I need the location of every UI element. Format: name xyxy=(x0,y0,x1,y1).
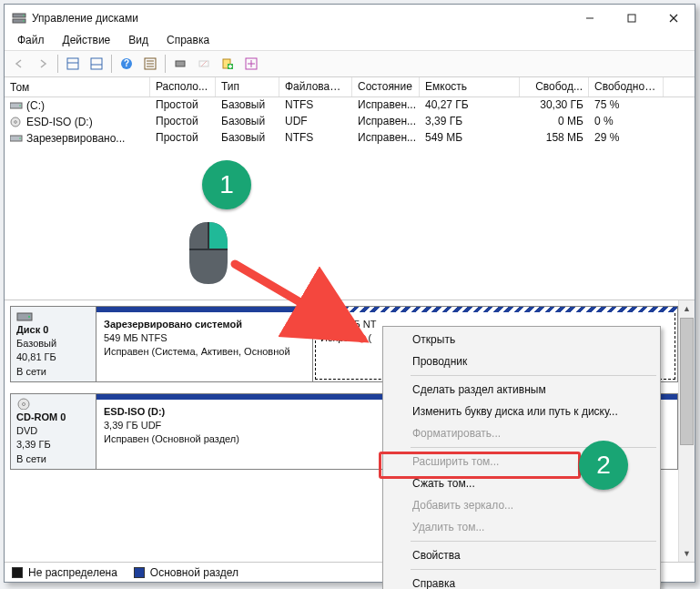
svg-rect-5 xyxy=(628,15,635,22)
disk-type: DVD xyxy=(16,424,90,437)
partition-size: 549 МБ NTFS xyxy=(104,331,305,345)
partition-system-reserved[interactable]: Зарезервировано системой 549 МБ NTFS Исп… xyxy=(96,307,313,381)
legend-swatch-primary xyxy=(134,567,145,578)
toolbar: ? xyxy=(5,50,695,77)
volume-name: Зарезервировано... xyxy=(26,132,125,145)
partition-status: Исправен (Система, Активен, Основной xyxy=(104,345,305,359)
legend-primary: Основной раздел xyxy=(150,566,238,579)
view-top-button[interactable] xyxy=(62,53,84,75)
volume-layout: Простой xyxy=(150,97,216,114)
col-free-pct[interactable]: Свободно % xyxy=(589,77,664,96)
svg-point-2 xyxy=(23,15,25,16)
volume-fs: NTFS xyxy=(279,97,352,114)
settings-button[interactable] xyxy=(139,53,161,75)
volume-free-pct: 75 % xyxy=(589,97,664,114)
window-title: Управление дисками xyxy=(32,12,569,25)
maximize-button[interactable] xyxy=(611,5,653,32)
col-volume[interactable]: Том xyxy=(5,77,150,96)
menu-bar: Файл Действие Вид Справка xyxy=(5,32,695,50)
drive-icon xyxy=(10,100,23,111)
action-2-button[interactable] xyxy=(193,53,215,75)
volume-type: Базовый xyxy=(216,114,279,130)
menu-file[interactable]: Файл xyxy=(10,32,52,48)
menu-help[interactable]: Справка xyxy=(159,32,217,48)
volume-free-pct: 0 % xyxy=(589,114,664,130)
annotation-badge-2: 2 xyxy=(579,441,628,490)
partition-title: Зарезервировано системой xyxy=(104,318,305,331)
ctx-change-letter[interactable]: Изменить букву диска или путь к диску... xyxy=(385,401,658,422)
menu-action[interactable]: Действие xyxy=(56,32,118,48)
volume-name: (C:) xyxy=(26,99,45,112)
volume-row[interactable]: Зарезервировано... Простой Базовый NTFS … xyxy=(5,130,695,147)
disk-header[interactable]: CD-ROM 0 DVD 3,39 ГБ В сети xyxy=(10,393,96,470)
col-free[interactable]: Свобод... xyxy=(520,77,589,96)
disk-label: CD-ROM 0 xyxy=(16,411,90,423)
annotation-badge-1: 1 xyxy=(202,160,251,209)
col-layout[interactable]: Располо... xyxy=(150,77,216,96)
scroll-up-button[interactable]: ▲ xyxy=(679,300,695,317)
disk-type: Базовый xyxy=(16,337,90,350)
scroll-down-button[interactable]: ▼ xyxy=(679,545,695,562)
ctx-open[interactable]: Открыть xyxy=(385,329,658,350)
action-4-button[interactable] xyxy=(240,53,262,75)
cd-icon xyxy=(10,117,23,127)
help-button[interactable]: ? xyxy=(116,53,137,75)
volume-type: Базовый xyxy=(216,97,279,114)
col-status[interactable]: Состояние xyxy=(352,77,420,96)
volume-fs: UDF xyxy=(279,114,352,130)
volume-fs: NTFS xyxy=(279,130,352,147)
ctx-add-mirror[interactable]: Добавить зеркало... xyxy=(385,494,658,516)
disk-header[interactable]: Диск 0 Базовый 40,81 ГБ В сети xyxy=(10,306,96,382)
volume-free: 0 МБ xyxy=(520,114,589,130)
volume-layout: Простой xyxy=(150,114,216,130)
back-button[interactable] xyxy=(8,53,30,75)
ctx-make-active[interactable]: Сделать раздел активным xyxy=(385,379,658,401)
app-icon xyxy=(12,11,26,25)
ctx-delete[interactable]: Удалить том... xyxy=(385,516,658,538)
volume-layout: Простой xyxy=(150,130,216,147)
title-bar: Управление дисками xyxy=(5,5,695,32)
drive-icon xyxy=(10,133,23,144)
volume-capacity: 3,39 ГБ xyxy=(420,114,520,130)
col-capacity[interactable]: Емкость xyxy=(420,77,520,96)
cdrom-icon xyxy=(16,398,35,410)
ctx-format[interactable]: Форматировать... xyxy=(385,422,658,444)
svg-rect-8 xyxy=(67,58,78,69)
svg-rect-10 xyxy=(91,58,102,69)
volume-capacity: 549 МБ xyxy=(420,130,520,147)
action-1-button[interactable] xyxy=(169,53,191,75)
scroll-thumb[interactable] xyxy=(680,318,694,445)
disk-state: В сети xyxy=(16,452,90,465)
ctx-properties[interactable]: Свойства xyxy=(385,544,658,566)
disk-size: 40,81 ГБ xyxy=(16,350,90,363)
svg-point-32 xyxy=(23,403,25,406)
annotation-mouse-icon xyxy=(182,217,235,289)
menu-view[interactable]: Вид xyxy=(121,32,156,48)
disk-state: В сети xyxy=(16,365,90,378)
col-fs[interactable]: Файловая с... xyxy=(279,77,352,96)
ctx-help[interactable]: Справка xyxy=(385,573,658,589)
svg-text:?: ? xyxy=(124,58,129,68)
volume-list: Том Располо... Тип Файловая с... Состоян… xyxy=(5,77,695,300)
minimize-button[interactable] xyxy=(569,5,611,32)
action-3-button[interactable] xyxy=(217,53,238,75)
volume-row[interactable]: ESD-ISO (D:) Простой Базовый UDF Исправе… xyxy=(5,114,695,130)
legend-swatch-unallocated xyxy=(12,567,23,578)
forward-button[interactable] xyxy=(32,53,54,75)
volume-name: ESD-ISO (D:) xyxy=(26,116,93,128)
view-bottom-button[interactable] xyxy=(86,53,107,75)
ctx-explorer[interactable]: Проводник xyxy=(385,350,658,372)
legend-unallocated: Не распределена xyxy=(28,566,117,579)
vertical-scrollbar[interactable]: ▲ ▼ xyxy=(678,300,695,562)
col-type[interactable]: Тип xyxy=(216,77,279,96)
svg-point-3 xyxy=(23,20,25,22)
volume-list-header: Том Располо... Тип Файловая с... Состоян… xyxy=(5,77,695,97)
volume-free: 30,30 ГБ xyxy=(520,97,589,114)
close-button[interactable] xyxy=(653,5,695,32)
volume-status: Исправен... xyxy=(352,130,420,147)
disk-size: 3,39 ГБ xyxy=(16,438,90,451)
volume-type: Базовый xyxy=(216,130,279,147)
volume-row[interactable]: (C:) Простой Базовый NTFS Исправен... 40… xyxy=(5,97,695,114)
volume-status: Исправен... xyxy=(352,97,420,114)
disk-icon xyxy=(16,310,35,322)
